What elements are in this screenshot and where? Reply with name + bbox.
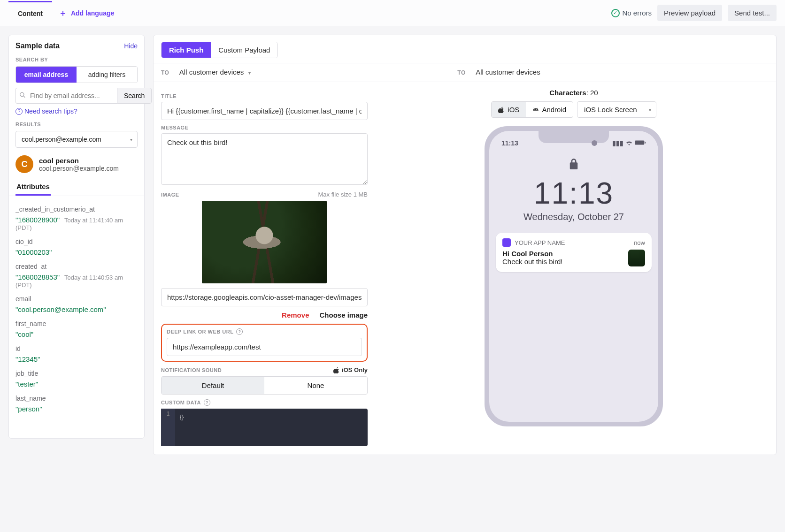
sound-none[interactable]: None xyxy=(264,377,367,394)
search-button[interactable]: Search xyxy=(117,88,152,104)
character-count: Characters: 20 xyxy=(549,89,598,97)
to-label-preview: TO xyxy=(457,69,465,76)
battery-icon xyxy=(635,139,646,147)
sound-toggle: Default None xyxy=(161,376,368,395)
attr-value: "cool.person@example.com" xyxy=(15,305,106,313)
attr-row: _created_in_customerio_at "1680028900" T… xyxy=(15,205,138,231)
status-time: 11:13 xyxy=(501,139,518,147)
image-label: IMAGE Max file size 1 MB xyxy=(161,191,368,198)
attr-row: first_name "cool" xyxy=(15,320,138,338)
wifi-icon xyxy=(625,139,633,147)
line-number: 1 xyxy=(161,409,175,446)
search-by-label: SEARCH BY xyxy=(15,57,138,62)
attr-value: "1680028853" xyxy=(15,273,60,281)
person-name: cool person xyxy=(39,157,119,165)
plus-icon: ＋ xyxy=(59,9,67,17)
attr-value: "tester" xyxy=(15,380,38,388)
attributes-tab[interactable]: Attributes xyxy=(15,179,51,196)
search-tips-label: Need search tips? xyxy=(24,107,77,115)
preview-screen-select[interactable]: iOS Lock Screen xyxy=(577,101,656,118)
signal-icon: ▮▮▮ xyxy=(612,139,623,147)
preview-payload-button[interactable]: Preview payload xyxy=(657,5,722,21)
to-value-select[interactable]: All customer devices▾ xyxy=(179,68,251,76)
search-tips-link[interactable]: ? Need search tips? xyxy=(15,107,138,115)
person-email: cool.person@example.com xyxy=(39,165,119,172)
choose-image-button[interactable]: Choose image xyxy=(319,311,368,319)
form-column: TITLE MESSAGE Check out this bird! IMAGE… xyxy=(161,89,368,446)
attr-value: "12345" xyxy=(15,355,40,363)
sound-default[interactable]: Default xyxy=(162,377,264,394)
svg-line-1 xyxy=(23,96,25,98)
sample-data-panel: Sample data Hide SEARCH BY email address… xyxy=(8,35,145,439)
lock-time: 11:13 xyxy=(489,176,658,211)
phone-status-bar: 11:13 ▮▮▮ xyxy=(489,134,658,147)
attr-key: created_at xyxy=(15,263,138,270)
remove-image-button[interactable]: Remove xyxy=(282,311,309,319)
deep-link-label: DEEP LINK OR WEB URL ? xyxy=(167,328,362,335)
svg-rect-3 xyxy=(645,142,646,144)
custom-data-editor[interactable]: 1 {} xyxy=(161,409,368,446)
tab-custom-payload[interactable]: Custom Payload xyxy=(211,42,277,58)
attr-key: cio_id xyxy=(15,238,138,245)
to-value-preview: All customer devices xyxy=(476,68,540,76)
deep-link-section: DEEP LINK OR WEB URL ? xyxy=(161,324,368,362)
attr-key: first_name xyxy=(15,320,138,327)
code-content: {} xyxy=(161,411,368,420)
notif-title: Hi Cool Person xyxy=(502,250,623,258)
phone-screen: 11:13 ▮▮▮ xyxy=(489,131,658,422)
notif-thumbnail xyxy=(628,250,645,266)
android-icon xyxy=(532,106,539,113)
toggle-email-address[interactable]: email address xyxy=(16,67,77,83)
title-label: TITLE xyxy=(161,93,368,99)
attr-key: job_title xyxy=(15,370,138,377)
image-url-input[interactable] xyxy=(161,288,368,306)
deep-link-input[interactable] xyxy=(167,338,362,356)
image-max-size: Max file size 1 MB xyxy=(318,191,368,198)
platform-ios[interactable]: iOS xyxy=(492,102,526,117)
attr-value: "01000203" xyxy=(15,248,52,256)
lock-date: Wednesday, October 27 xyxy=(489,212,658,222)
phone-frame: 11:13 ▮▮▮ xyxy=(485,126,663,426)
message-input[interactable]: Check out this bird! xyxy=(161,133,368,185)
attributes-list: _created_in_customerio_at "1680028900" T… xyxy=(15,196,138,436)
tab-rich-push[interactable]: Rich Push xyxy=(162,42,211,58)
custom-data-label: CUSTOM DATA ? xyxy=(161,399,368,406)
platform-android[interactable]: Android xyxy=(526,102,573,117)
app-name: YOUR APP NAME xyxy=(515,239,565,246)
to-label: TO xyxy=(161,69,169,76)
payload-type-toggle: Rich Push Custom Payload xyxy=(161,42,278,58)
image-preview xyxy=(202,201,327,283)
help-icon: ? xyxy=(15,108,23,115)
check-circle-icon: ✓ xyxy=(611,9,620,17)
preview-column: Characters: 20 iOS Android iOS Lock Scre xyxy=(379,89,769,446)
no-errors-label: No errors xyxy=(623,9,652,17)
apple-icon xyxy=(498,106,505,113)
help-icon[interactable]: ? xyxy=(236,328,243,335)
attr-value: "1680028900" xyxy=(15,216,60,224)
hide-button[interactable]: Hide xyxy=(124,42,138,50)
add-language-button[interactable]: ＋ Add language xyxy=(52,9,121,17)
search-icon xyxy=(19,92,26,100)
attr-value: "cool" xyxy=(15,330,33,338)
search-input[interactable] xyxy=(15,88,117,104)
results-select[interactable]: cool.person@example.com xyxy=(15,131,138,148)
attr-key: last_name xyxy=(15,395,138,402)
title-input[interactable] xyxy=(161,102,368,120)
attr-value: "person" xyxy=(15,405,42,413)
to-row: TO All customer devices▾ TO All customer… xyxy=(154,63,776,82)
apple-icon xyxy=(333,367,340,373)
send-test-button[interactable]: Send test... xyxy=(728,5,777,21)
attr-key: email xyxy=(15,295,138,303)
notif-time: now xyxy=(634,239,645,246)
no-errors-status: ✓ No errors xyxy=(611,9,652,17)
help-icon[interactable]: ? xyxy=(204,399,210,406)
svg-rect-2 xyxy=(635,140,644,144)
toggle-adding-filters[interactable]: adding filters xyxy=(77,67,137,83)
avatar: C xyxy=(15,155,33,173)
add-language-label: Add language xyxy=(71,9,115,17)
notif-message: Check out this bird! xyxy=(502,258,623,266)
svg-point-0 xyxy=(20,92,24,96)
topbar: Content ＋ Add language ✓ No errors Previ… xyxy=(0,0,785,26)
attr-row: job_title "tester" xyxy=(15,370,138,388)
tab-content[interactable]: Content xyxy=(8,1,52,25)
